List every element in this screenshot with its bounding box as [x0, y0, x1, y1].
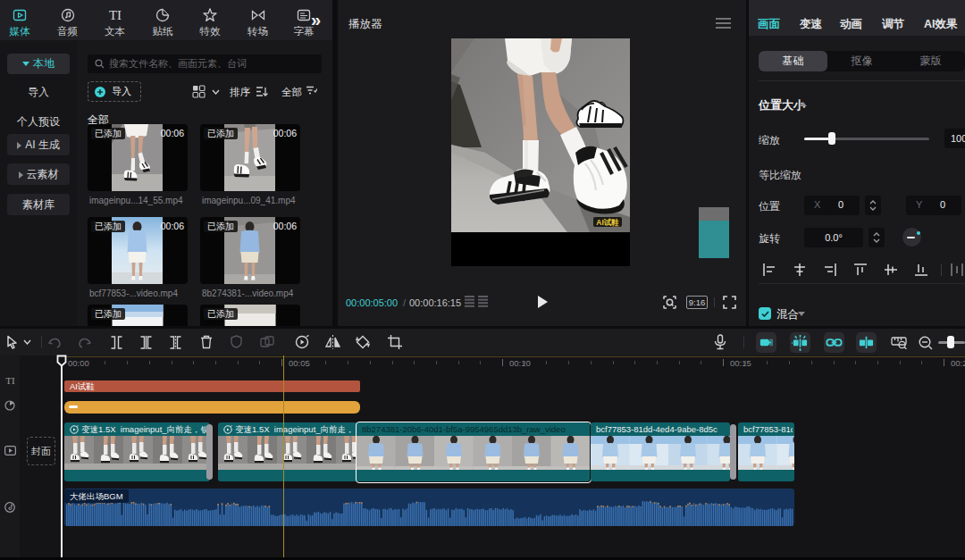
svg-text:TI: TI — [108, 8, 121, 22]
svg-text:AI试鞋: AI试鞋 — [596, 218, 619, 227]
